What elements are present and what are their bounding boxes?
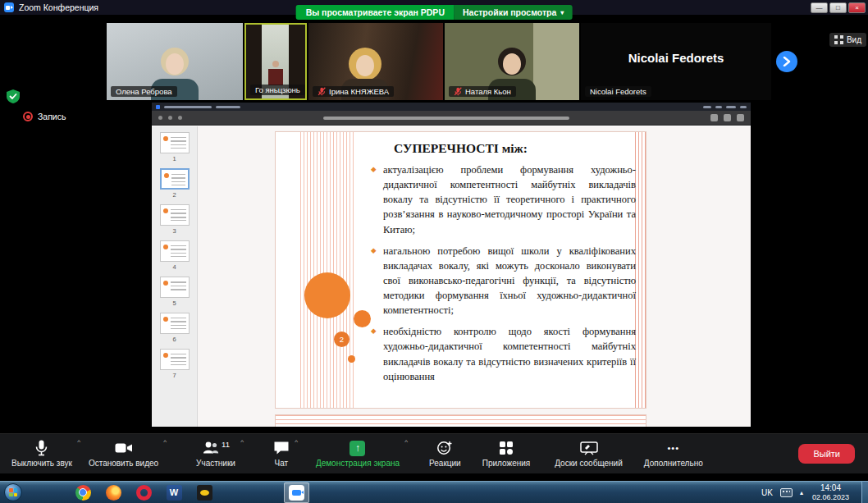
apps-label: Приложения <box>482 459 531 468</box>
video-tile-nicolai-fedorets[interactable]: Nicolai Fedorets Nicolai Fedorets <box>581 23 771 100</box>
language-indicator[interactable]: UK <box>761 488 773 497</box>
participant-name: Nicolai Fedorets <box>590 87 646 96</box>
whiteboard-icon <box>580 440 598 456</box>
more-button[interactable]: ••• Дополнительно <box>636 434 711 473</box>
participants-button[interactable]: ^ 11 Участники <box>188 434 244 473</box>
close-button[interactable]: × <box>848 2 866 13</box>
hidden-icons-arrow[interactable]: ▴ <box>800 489 803 496</box>
document-page-area: 2 СУПЕРЕЧНОСТІ між: ◆актуалізацією пробл… <box>198 126 751 427</box>
start-button[interactable] <box>4 483 22 501</box>
stop-video-button[interactable]: ^ Остановить видео <box>80 434 167 473</box>
edit-icon <box>724 114 731 121</box>
share-banner: Вы просматриваете экран PDPU Настройки п… <box>296 5 573 20</box>
thumbnail-number: 6 <box>172 336 176 343</box>
participant-name-label: Го яньцзюнь <box>250 85 305 95</box>
leave-meeting-button[interactable]: Выйти <box>798 444 855 464</box>
menu-status-icon <box>740 106 747 108</box>
participants-count-badge: 11 <box>222 440 230 449</box>
dark-app-taskbar-icon[interactable] <box>194 482 214 502</box>
windows-logo-icon <box>9 488 17 496</box>
slide-stripe-decoration <box>300 132 356 408</box>
video-tile-go-yantszyun[interactable]: Го яньцзюнь <box>244 23 307 100</box>
more-label: Дополнительно <box>644 459 703 468</box>
keyboard-icon[interactable] <box>780 488 793 497</box>
meeting-controls-toolbar: ^ Выключить звук ^ Остановить видео ^ 11… <box>0 433 868 473</box>
opera-taskbar-icon[interactable] <box>134 482 153 502</box>
menu-status-icon <box>703 106 711 108</box>
chat-options-chevron[interactable]: ^ <box>295 438 298 446</box>
muted-mic-icon <box>318 87 326 96</box>
up-arrow-icon: ↑ <box>355 442 360 454</box>
mute-button[interactable]: ^ Выключить звук <box>3 434 80 473</box>
chrome-taskbar-icon[interactable] <box>73 482 93 502</box>
recording-indicator: Запись <box>23 112 66 121</box>
window-dot-icon <box>178 116 182 120</box>
video-strip: Олена Реброва Го яньцзюнь Ірина КНЯЖЕВА … <box>0 23 868 100</box>
clock-time: 14:04 <box>820 483 841 492</box>
share-screen-button[interactable]: ^ ↑ Демонстрация экрана <box>308 434 408 473</box>
video-tile-olena-rebrova[interactable]: Олена Реброва <box>107 23 243 100</box>
window-title: Zoom Конференция <box>19 2 98 12</box>
participant-display-name: Nicolai Fedorets <box>581 51 771 65</box>
document-filename-placeholder <box>188 117 705 120</box>
thumbnail-number: 1 <box>172 155 176 162</box>
page-thumbnail: 3 <box>160 204 190 235</box>
search-icon <box>710 114 718 121</box>
recording-label: Запись <box>38 112 66 121</box>
encryption-shield-icon[interactable] <box>7 89 20 107</box>
bullet-text: актуалізацією проблеми формування художн… <box>383 164 636 235</box>
participant-name: Ірина КНЯЖЕВА <box>329 87 389 96</box>
remote-menu-bar <box>152 103 751 111</box>
taskbar-clock[interactable]: 14:04 02.06.2023 <box>812 483 849 502</box>
minimize-button[interactable]: — <box>811 2 828 13</box>
record-dot-icon <box>23 112 33 121</box>
slide-number-badge: 2 <box>334 332 349 347</box>
more-dots-icon: ••• <box>667 440 679 456</box>
share-options-chevron[interactable]: ^ <box>404 438 408 446</box>
window-dot-icon <box>158 116 162 120</box>
page-thumbnail-selected: 2 <box>160 168 190 199</box>
slide-bullet: ◆актуалізацією проблеми формування худож… <box>370 162 636 237</box>
participant-name-label: Nicolai Fedorets <box>585 86 651 97</box>
share-screen-label: Демонстрация экрана <box>316 459 400 468</box>
bullet-diamond-icon: ◆ <box>371 245 377 255</box>
slide-edge-lines <box>635 132 646 408</box>
slide-body-text: ◆актуалізацією проблеми формування худож… <box>370 162 636 391</box>
firefox-taskbar-icon[interactable] <box>103 482 123 502</box>
reactions-button[interactable]: Реакции <box>421 434 469 473</box>
chevron-right-icon <box>783 57 791 66</box>
chat-label: Чат <box>275 459 289 468</box>
video-tile-natalya-kon[interactable]: Наталя Кьон <box>445 23 579 100</box>
participant-name: Наталя Кьон <box>465 87 511 96</box>
zoom-logo-icon <box>4 2 14 12</box>
view-layout-button[interactable]: Вид <box>829 33 866 47</box>
viewing-screen-message: Вы просматриваете экран PDPU <box>296 5 455 20</box>
page-thumbnail: 6 <box>160 313 190 343</box>
participants-options-chevron[interactable]: ^ <box>240 438 244 446</box>
page-thumbnail: 5 <box>160 277 190 307</box>
apps-button[interactable]: Приложения <box>474 434 539 473</box>
whiteboards-button[interactable]: Доски сообщений <box>546 434 631 473</box>
thumbnail-number: 3 <box>172 227 176 235</box>
next-participants-button[interactable] <box>776 51 797 72</box>
chat-button[interactable]: ^ Чат <box>265 434 298 473</box>
video-options-chevron[interactable]: ^ <box>163 438 167 446</box>
remote-app-icon <box>156 105 160 109</box>
taskbar-pinned-apps: W <box>73 482 309 503</box>
page-thumbnail: 4 <box>160 240 190 271</box>
video-tile-irina-knyazheva[interactable]: Ірина КНЯЖЕВА <box>308 23 443 100</box>
show-desktop-button[interactable] <box>861 482 868 503</box>
slide-title: СУПЕРЕЧНОСТІ між: <box>321 141 601 156</box>
zoom-taskbar-icon-active[interactable] <box>284 482 309 503</box>
page-thumbnail: 1 <box>160 132 190 162</box>
view-options-dropdown[interactable]: Настройки просмотра ▾ <box>455 5 572 20</box>
slide-bullet: ◆необхідністю контролю щодо якості форму… <box>370 324 636 384</box>
next-slide-preview <box>275 414 646 427</box>
chevron-down-icon: ▾ <box>560 9 564 16</box>
word-taskbar-icon[interactable]: W <box>164 482 184 502</box>
maximize-button[interactable]: □ <box>829 2 847 13</box>
menu-status-icon <box>715 106 722 108</box>
grid-view-icon <box>834 35 843 44</box>
view-label: Вид <box>847 35 861 44</box>
microphone-icon <box>34 440 48 456</box>
